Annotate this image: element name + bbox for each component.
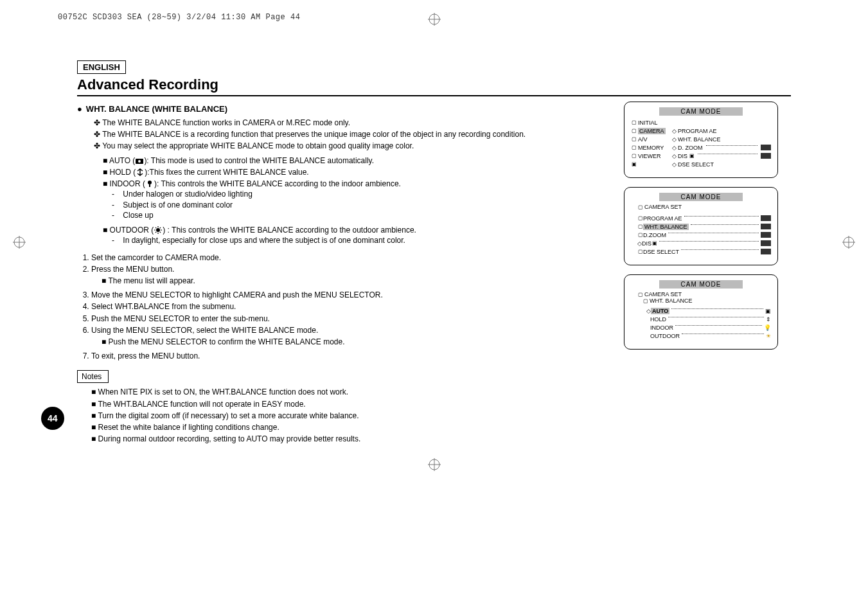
auto-icon: ▣ bbox=[765, 308, 771, 314]
title-rule bbox=[77, 95, 791, 96]
mode-auto: AUTO (): This mode is used to control th… bbox=[103, 155, 608, 166]
osd-panel-wht-balance: CAM MODE ▢CAMERA SET ▢WHT. BALANCE ◇AUTO… bbox=[624, 274, 778, 350]
osd-title: CAM MODE bbox=[659, 193, 743, 201]
svg-line-23 bbox=[155, 232, 156, 233]
svg-point-14 bbox=[148, 181, 152, 184]
intro-bullet: The WHITE BALANCE is a recording functio… bbox=[94, 129, 608, 139]
notes-label: Notes bbox=[77, 370, 109, 383]
svg-line-22 bbox=[160, 232, 161, 233]
registration-mark-left bbox=[13, 236, 26, 249]
osd-title: CAM MODE bbox=[659, 107, 743, 116]
osd-column: CAM MODE ▢INITIAL ▢CAMERA◇PROGRAM AE ▢A/… bbox=[624, 102, 791, 359]
step-sub: Push the MENU SELECTOR to confirm the WH… bbox=[102, 337, 608, 347]
step: Select WHT.BALANCE from the submenu. bbox=[91, 301, 608, 312]
note-item: When NITE PIX is set to ON, the WHT.BALA… bbox=[91, 387, 608, 397]
registration-mark-bottom bbox=[428, 458, 441, 471]
outdoor-icon: ☀ bbox=[766, 333, 771, 339]
mode-hold: HOLD ():This fixes the current WHITE BAL… bbox=[103, 167, 608, 177]
indoor-icon bbox=[145, 180, 154, 188]
note-item: Turn the digital zoom off (if necessary)… bbox=[91, 411, 608, 421]
indoor-sub: Close up bbox=[112, 211, 608, 221]
osd-panel-main-menu: CAM MODE ▢INITIAL ▢CAMERA◇PROGRAM AE ▢A/… bbox=[624, 102, 778, 178]
indoor-sub: Under halogen or studio/video lighting bbox=[112, 190, 608, 200]
intro-bullet: You may select the appropriate WHITE BAL… bbox=[94, 141, 608, 151]
mode-indoor: INDOOR (): This controls the WHITE BALAN… bbox=[103, 179, 608, 221]
note-item: During normal outdoor recording, setting… bbox=[91, 434, 608, 444]
step: To exit, press the MENU button. bbox=[91, 351, 608, 361]
registration-mark-top bbox=[428, 13, 441, 26]
osd-panel-camera-set: CAM MODE ▢CAMERA SET ▢PROGRAM AE ▢WHT. B… bbox=[624, 187, 778, 265]
svg-line-21 bbox=[155, 227, 156, 228]
step-sub: The menu list will appear. bbox=[102, 276, 608, 286]
step: Push the MENU SELECTOR to enter the sub-… bbox=[91, 314, 608, 324]
auto-icon bbox=[135, 157, 144, 165]
svg-rect-15 bbox=[149, 184, 150, 187]
note-item: Reset the white balance if lighting cond… bbox=[91, 422, 608, 432]
svg-point-16 bbox=[156, 228, 160, 232]
indoor-icon: 💡 bbox=[764, 324, 771, 331]
page-number: 44 bbox=[48, 413, 58, 423]
section-heading: WHT. BALANCE (WHITE BALANCE) bbox=[77, 104, 608, 114]
outdoor-sub: In daylight, especially for close ups an… bbox=[112, 236, 608, 246]
step: Move the MENU SELECTOR to highlight CAME… bbox=[91, 290, 608, 300]
outdoor-icon bbox=[154, 226, 163, 234]
intro-bullet: The WHITE BALANCE function works in CAME… bbox=[94, 118, 608, 128]
step: Using the MENU SELECTOR, select the WHIT… bbox=[91, 325, 608, 347]
hold-icon: ⇕ bbox=[766, 316, 771, 323]
osd-title: CAM MODE bbox=[659, 280, 743, 289]
mode-outdoor: OUTDOOR () : This controls the WHITE BAL… bbox=[103, 225, 608, 246]
note-item: The WHT.BALANCE function will not operat… bbox=[91, 399, 608, 409]
svg-point-13 bbox=[138, 160, 141, 163]
registration-mark-right bbox=[842, 236, 855, 249]
step: Press the MENU button. The menu list wil… bbox=[91, 264, 608, 286]
page-title: Advanced Recording bbox=[77, 76, 791, 93]
indoor-sub: Subject is of one dominant color bbox=[112, 200, 608, 211]
step: Set the camcorder to CAMERA mode. bbox=[91, 253, 608, 263]
main-column: WHT. BALANCE (WHITE BALANCE) The WHITE B… bbox=[77, 102, 608, 445]
language-box: ENGLISH bbox=[77, 60, 126, 74]
svg-line-24 bbox=[160, 227, 161, 228]
hold-icon bbox=[136, 168, 145, 176]
